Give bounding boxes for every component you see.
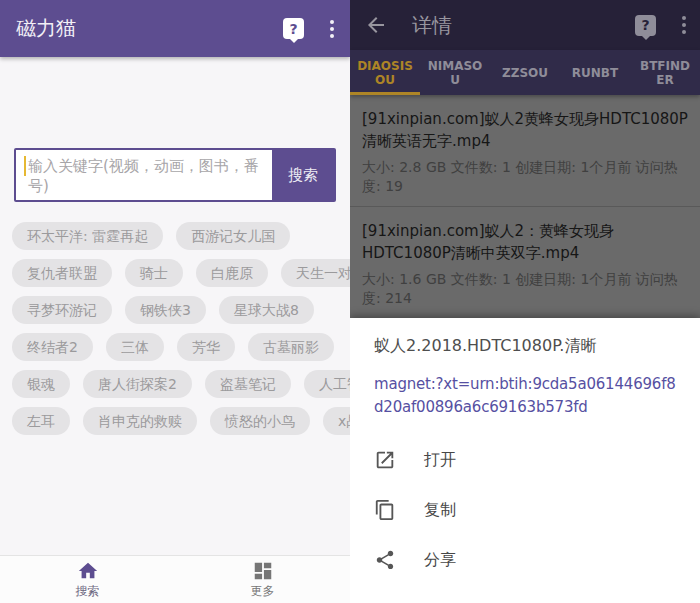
tag-chip[interactable]: 环太平洋: 雷霆再起	[12, 222, 163, 250]
tag-chip[interactable]: 唐人街探案2	[83, 370, 192, 398]
tag-chip[interactable]: 古墓丽影	[248, 333, 334, 361]
tab-zzsou[interactable]: ZZSOU	[490, 50, 560, 95]
help-icon[interactable]: ?	[283, 18, 304, 39]
result-title: [91xinpian.com]蚁人2：黄蜂女现身HDTC1080P清晰中英双字.…	[362, 220, 688, 264]
tag-chip[interactable]: 天生一对	[281, 259, 350, 287]
result-title: [91xinpian.com]蚁人2黄蜂女现身HDTC1080P清晰英语无字.m…	[362, 108, 688, 152]
tag-chip[interactable]: 钢铁侠3	[125, 296, 206, 324]
tag-chip[interactable]: 肖申克的救赎	[83, 407, 197, 435]
tab-diaosisou[interactable]: DIAOSIS OU	[350, 50, 420, 95]
tab-runbt[interactable]: RUNBT	[560, 50, 630, 95]
tag-chip[interactable]: x战警	[323, 407, 350, 435]
open-in-new-icon	[374, 449, 396, 471]
tag-chip[interactable]: 愤怒的小鸟	[210, 407, 310, 435]
result-item[interactable]: [91xinpian.com]蚁人2：黄蜂女现身HDTC1080P清晰中英双字.…	[350, 207, 700, 318]
app-title: 磁力猫	[16, 15, 76, 42]
chip-row: 终结者2 三体 芳华 古墓丽影	[12, 333, 346, 361]
nav-item-more[interactable]: 更多	[175, 556, 350, 603]
chip-row: 左耳 肖申克的救赎 愤怒的小鸟 x战警	[12, 407, 346, 435]
overflow-menu-icon[interactable]	[682, 16, 686, 34]
share-icon	[374, 549, 396, 571]
text-cursor	[24, 156, 26, 176]
tag-chip[interactable]: 寻梦环游记	[12, 296, 112, 324]
tag-chip[interactable]: 人工智能	[304, 370, 350, 398]
tab-btfinder[interactable]: BTFIND ER	[630, 50, 700, 95]
left-app-bar: 磁力猫 ?	[0, 0, 350, 57]
tag-chip[interactable]: 盗墓笔记	[205, 370, 291, 398]
sheet-actions: 打开 复制 分享	[374, 435, 676, 585]
detail-screen: 详情 ? DIAOSIS OU NIMASO U ZZSOU RUNBT BT	[350, 0, 700, 603]
search-input[interactable]: 输入关键字(视频，动画，图书，番号)	[16, 150, 272, 200]
detail-app-bar: 详情 ?	[350, 0, 700, 50]
detail-title: 详情	[412, 12, 452, 39]
share-action[interactable]: 分享	[374, 535, 676, 585]
tag-chip[interactable]: 西游记女儿国	[176, 222, 290, 250]
tag-chip[interactable]: 白鹿原	[196, 259, 268, 287]
magnet-bottom-sheet: 蚁人2.2018.HDTC1080P.清晰 magnet:?xt=urn:bti…	[350, 318, 700, 603]
nav-item-search[interactable]: 搜索	[0, 556, 175, 603]
result-list: [91xinpian.com]蚁人2黄蜂女现身HDTC1080P清晰英语无字.m…	[350, 95, 700, 318]
back-arrow-icon[interactable]	[364, 13, 388, 37]
search-button[interactable]: 搜索	[272, 150, 334, 200]
chip-row: 复仇者联盟 骑士 白鹿原 天生一对	[12, 259, 346, 287]
dual-screenshot: 磁力猫 ? 输入关键字(视频，动画，图书，番号) 搜索 环太平洋: 雷霆再起 西…	[0, 0, 700, 603]
nav-label-more: 更多	[251, 583, 275, 600]
tag-chip[interactable]: 左耳	[12, 407, 70, 435]
help-icon[interactable]: ?	[635, 15, 656, 36]
search-bar: 输入关键字(视频，动画，图书，番号) 搜索	[14, 148, 336, 202]
open-label: 打开	[424, 450, 456, 471]
chip-row: 寻梦环游记 钢铁侠3 星球大战8	[12, 296, 346, 324]
chip-row: 环太平洋: 雷霆再起 西游记女儿国	[12, 222, 346, 250]
tag-chip[interactable]: 三体	[106, 333, 164, 361]
tag-chip[interactable]: 芳华	[177, 333, 235, 361]
open-action[interactable]: 打开	[374, 435, 676, 485]
search-screen: 磁力猫 ? 输入关键字(视频，动画，图书，番号) 搜索 环太平洋: 雷霆再起 西…	[0, 0, 350, 603]
bottom-navigation: 搜索 更多	[0, 555, 350, 603]
magnet-link[interactable]: magnet:?xt=urn:btih:9cda5a06144696f8d20a…	[374, 373, 676, 419]
tab-nimasou[interactable]: NIMASO U	[420, 50, 490, 95]
share-label: 分享	[424, 550, 456, 571]
search-placeholder: 输入关键字(视频，动画，图书，番号)	[28, 156, 264, 196]
tag-chip[interactable]: 星球大战8	[219, 296, 314, 324]
result-meta: 大小: 2.8 GB 文件数: 1 创建日期: 1个月前 访问热度: 19	[362, 158, 688, 196]
home-icon	[77, 560, 99, 582]
tag-chip[interactable]: 终结者2	[12, 333, 93, 361]
overflow-menu-icon[interactable]	[330, 20, 334, 38]
tag-chip[interactable]: 骑士	[125, 259, 183, 287]
nav-label-search: 搜索	[76, 583, 100, 600]
tag-chip[interactable]: 银魂	[12, 370, 70, 398]
copy-action[interactable]: 复制	[374, 485, 676, 535]
hot-keyword-chips: 环太平洋: 雷霆再起 西游记女儿国 复仇者联盟 骑士 白鹿原 天生一对 寻梦环游…	[12, 222, 346, 444]
tag-chip[interactable]: 复仇者联盟	[12, 259, 112, 287]
chip-row: 银魂 唐人街探案2 盗墓笔记 人工智能	[12, 370, 346, 398]
copy-icon	[374, 499, 396, 521]
dashboard-grid-icon	[252, 560, 274, 582]
copy-label: 复制	[424, 500, 456, 521]
result-meta: 大小: 1.6 GB 文件数: 1 创建日期: 1个月前 访问热度: 214	[362, 270, 688, 308]
sheet-title: 蚁人2.2018.HDTC1080P.清晰	[374, 336, 676, 357]
result-item[interactable]: [91xinpian.com]蚁人2黄蜂女现身HDTC1080P清晰英语无字.m…	[350, 95, 700, 206]
source-tabs: DIAOSIS OU NIMASO U ZZSOU RUNBT BTFIND E…	[350, 50, 700, 95]
